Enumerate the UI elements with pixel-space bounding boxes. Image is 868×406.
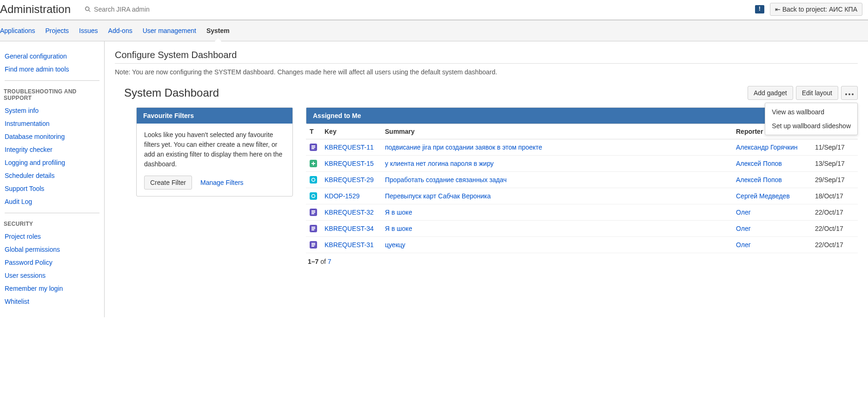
reporter-link[interactable]: Алексей Попов <box>736 160 782 167</box>
sidebar-heading: SECURITY <box>0 218 104 230</box>
sidebar-link-database-monitoring[interactable]: Database monitoring <box>0 130 104 143</box>
issue-key-link[interactable]: KBREQUEST-34 <box>325 225 374 232</box>
tab-add-ons[interactable]: Add-ons <box>108 20 133 41</box>
search-icon <box>85 6 91 13</box>
sidebar-link-whitelist[interactable]: Whitelist <box>0 295 104 308</box>
sidebar-link-general-configuration[interactable]: General configuration <box>0 50 104 63</box>
svg-rect-1 <box>311 147 315 148</box>
create-filter-button[interactable]: Create Filter <box>144 176 192 190</box>
issue-type-icon <box>310 225 317 232</box>
issue-summary-link[interactable]: Я в шоке <box>385 225 412 232</box>
more-actions-menu: View as wallboardSet up wallboard slides… <box>765 103 858 135</box>
svg-point-5 <box>312 178 315 182</box>
svg-rect-9 <box>311 213 314 214</box>
admin-search[interactable] <box>85 6 755 13</box>
sidebar-link-logging-and-profiling[interactable]: Logging and profiling <box>0 156 104 169</box>
issue-summary-link[interactable]: Проработать создание связанных задач <box>385 176 507 183</box>
issue-summary-link[interactable]: у клиента нет логина пароля в жиру <box>385 160 494 167</box>
svg-rect-8 <box>311 212 315 213</box>
created-cell: 11/Sep/17 <box>811 139 858 156</box>
tab-user-management[interactable]: User management <box>143 20 196 41</box>
reporter-link[interactable]: Олег <box>736 241 751 249</box>
sidebar-link-instrumentation[interactable]: Instrumentation <box>0 117 104 130</box>
menu-item-set-up-wallboard-slideshow[interactable]: Set up wallboard slideshow <box>765 119 857 133</box>
svg-point-6 <box>312 195 315 198</box>
issue-summary-link[interactable]: подвисание jira при создании заявок в эт… <box>385 144 542 151</box>
issue-key-link[interactable]: KDOP-1529 <box>325 192 359 200</box>
manage-filters-link[interactable]: Manage Filters <box>200 179 244 186</box>
table-row: KBREQUEST-34Я в шокеОлег22/Oct/17 <box>306 221 858 237</box>
sidebar-link-remember-my-login[interactable]: Remember my login <box>0 282 104 295</box>
tab-system[interactable]: System <box>206 20 230 41</box>
svg-rect-10 <box>311 227 315 228</box>
svg-rect-13 <box>311 243 315 244</box>
tab-projects[interactable]: Projects <box>46 20 69 41</box>
table-row: KBREQUEST-29Проработать создание связанн… <box>306 172 858 188</box>
issue-key-link[interactable]: KBREQUEST-15 <box>325 160 374 167</box>
assigned-table: T Key Summary Reporter Created KBREQUEST… <box>306 124 858 253</box>
sidebar-link-support-tools[interactable]: Support Tools <box>0 182 104 195</box>
admin-nav-tabs: ApplicationsProjectsIssuesAdd-onsUser ma… <box>0 20 868 41</box>
more-actions-button[interactable] <box>841 86 858 100</box>
issue-key-link[interactable]: KBREQUEST-29 <box>325 176 374 183</box>
table-row: KBREQUEST-15у клиента нет логина пароля … <box>306 156 858 172</box>
sidebar-link-global-permissions[interactable]: Global permissions <box>0 243 104 256</box>
sidebar-heading: TROUBLESHOOTING AND SUPPORT <box>0 85 104 104</box>
feedback-icon[interactable] <box>755 5 764 13</box>
sidebar-link-audit-log[interactable]: Audit Log <box>0 195 104 208</box>
created-cell: 22/Oct/17 <box>811 204 858 221</box>
svg-rect-14 <box>311 244 315 245</box>
sidebar-link-password-policy[interactable]: Password Policy <box>0 256 104 269</box>
add-gadget-button[interactable]: Add gadget <box>748 86 793 100</box>
sidebar-link-scheduler-details[interactable]: Scheduler details <box>0 169 104 182</box>
issue-type-icon <box>310 176 317 183</box>
menu-item-view-as-wallboard[interactable]: View as wallboard <box>765 105 857 119</box>
issue-summary-link[interactable]: цуекцу <box>385 241 405 249</box>
main-content: Configure System Dashboard Note: You are… <box>105 41 868 317</box>
dashboard-title: System Dashboard <box>124 86 745 99</box>
reporter-link[interactable]: Сергей Медведев <box>736 192 790 200</box>
back-to-project-button[interactable]: ⇤ Back to project: АИС КПА <box>770 3 862 16</box>
sidebar-link-find-more-admin-tools[interactable]: Find more admin tools <box>0 63 104 76</box>
tab-applications[interactable]: Applications <box>0 20 35 41</box>
col-summary[interactable]: Summary <box>381 124 732 139</box>
issue-type-icon <box>310 144 317 151</box>
issue-key-link[interactable]: KBREQUEST-31 <box>325 241 374 249</box>
reporter-link[interactable]: Алексей Попов <box>736 176 782 183</box>
reporter-link[interactable]: Александр Горячкин <box>736 144 798 151</box>
gadget-header: Favourite Filters <box>137 108 292 124</box>
created-cell: 13/Sep/17 <box>811 156 858 172</box>
issue-key-link[interactable]: KBREQUEST-11 <box>325 144 374 151</box>
svg-rect-4 <box>311 163 315 164</box>
col-type[interactable]: T <box>306 124 321 139</box>
table-row: KBREQUEST-31цуекцуОлег22/Oct/17 <box>306 237 858 253</box>
table-paging: 1–7 of 7 <box>306 253 858 270</box>
issue-summary-link[interactable]: Перевыпуск карт Сабчак Вероника <box>385 192 491 200</box>
config-note: Note: You are now configuring the SYSTEM… <box>115 68 858 76</box>
edit-layout-button[interactable]: Edit layout <box>796 86 838 100</box>
title-rule <box>115 63 858 64</box>
search-input[interactable] <box>94 6 215 13</box>
table-row: KBREQUEST-32Я в шокеОлег22/Oct/17 <box>306 204 858 221</box>
sidebar-link-system-info[interactable]: System info <box>0 104 104 117</box>
svg-rect-7 <box>311 210 315 211</box>
reporter-link[interactable]: Олег <box>736 225 751 232</box>
paging-total-link[interactable]: 7 <box>328 258 331 265</box>
sidebar-link-project-roles[interactable]: Project roles <box>0 230 104 243</box>
issue-summary-link[interactable]: Я в шоке <box>385 209 412 216</box>
svg-rect-11 <box>311 228 315 229</box>
favourite-filters-gadget: Favourite Filters Looks like you haven't… <box>136 107 293 196</box>
issue-key-link[interactable]: KBREQUEST-32 <box>325 209 374 216</box>
issue-type-icon <box>310 192 317 200</box>
page-heading: Administration <box>0 3 71 16</box>
col-key[interactable]: Key <box>321 124 381 139</box>
sidebar-link-user-sessions[interactable]: User sessions <box>0 269 104 282</box>
created-cell: 22/Oct/17 <box>811 221 858 237</box>
dashboard-header: System Dashboard Add gadget Edit layout … <box>115 86 858 100</box>
sidebar-link-integrity-checker[interactable]: Integrity checker <box>0 143 104 156</box>
tab-issues[interactable]: Issues <box>79 20 98 41</box>
svg-rect-12 <box>311 229 314 230</box>
created-cell: 22/Oct/17 <box>811 237 858 253</box>
svg-rect-15 <box>311 246 314 247</box>
reporter-link[interactable]: Олег <box>736 209 751 216</box>
